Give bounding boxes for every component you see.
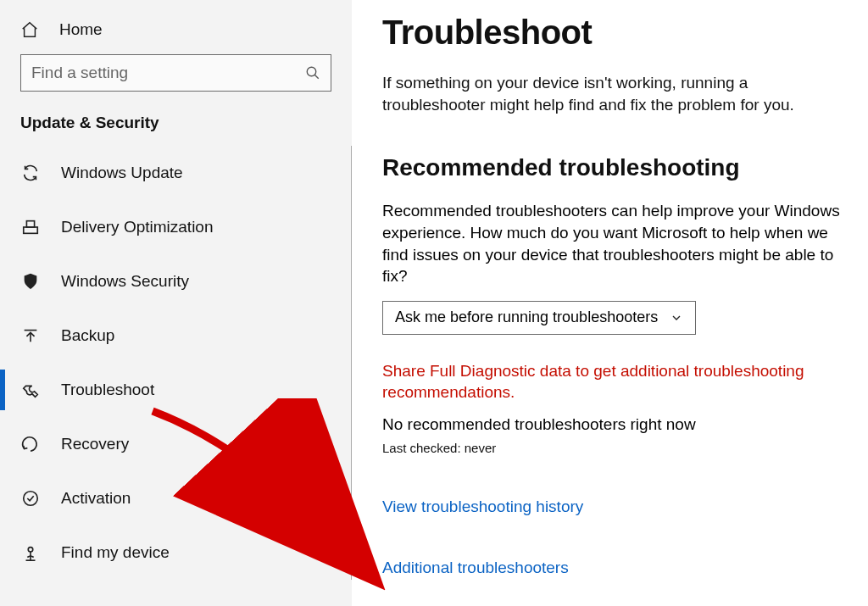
svg-rect-3 [26, 221, 34, 227]
wrench-icon [20, 380, 41, 400]
recovery-icon [20, 434, 41, 454]
backup-icon [20, 325, 41, 346]
view-history-link[interactable]: View troubleshooting history [382, 498, 853, 516]
additional-troubleshooters-link[interactable]: Additional troubleshooters [382, 559, 853, 577]
delivery-icon [20, 217, 41, 237]
dropdown-value: Ask me before running troubleshooters [395, 309, 658, 326]
home-icon [20, 20, 39, 39]
intro-text: If something on your device isn't workin… [382, 72, 853, 115]
svg-point-6 [24, 492, 38, 506]
activation-icon [20, 488, 41, 509]
home-label: Home [59, 20, 103, 39]
home-button[interactable]: Home [0, 15, 352, 54]
sidebar-item-label: Backup [61, 326, 114, 345]
sidebar-section-title: Update & Security [0, 108, 352, 146]
find-device-icon [20, 542, 41, 563]
svg-point-7 [28, 548, 33, 553]
sidebar-item-label: Find my device [61, 543, 170, 562]
sidebar-item-label: Troubleshoot [61, 381, 154, 399]
settings-sidebar: Home Find a setting Update & Security Wi… [0, 0, 352, 606]
sidebar-item-recovery[interactable]: Recovery [0, 417, 351, 471]
shield-icon [20, 271, 41, 292]
sidebar-item-label: Windows Update [61, 164, 183, 182]
sidebar-item-troubleshoot[interactable]: Troubleshoot [0, 363, 351, 417]
sidebar-item-windows-update[interactable]: Windows Update [0, 146, 351, 200]
search-placeholder: Find a setting [31, 64, 305, 82]
page-title: Troubleshoot [382, 14, 853, 52]
troubleshoot-preference-dropdown[interactable]: Ask me before running troubleshooters [382, 301, 696, 335]
sidebar-item-label: Recovery [61, 435, 129, 453]
last-checked-text: Last checked: never [382, 441, 853, 455]
sidebar-item-backup[interactable]: Backup [0, 309, 351, 363]
sidebar-item-find-my-device[interactable]: Find my device [0, 525, 351, 580]
sidebar-item-label: Windows Security [61, 272, 189, 291]
sidebar-nav: Windows Update Delivery Optimization Win… [0, 146, 352, 580]
svg-rect-2 [24, 227, 38, 233]
section-description: Recommended troubleshooters can help imp… [382, 200, 853, 287]
search-input[interactable]: Find a setting [20, 54, 331, 92]
sync-icon [20, 163, 41, 183]
no-recommendations-text: No recommended troubleshooters right now [382, 415, 853, 434]
section-heading: Recommended troubleshooting [382, 154, 853, 181]
sidebar-item-windows-security[interactable]: Windows Security [0, 254, 351, 309]
svg-point-0 [307, 67, 316, 76]
sidebar-item-label: Delivery Optimization [61, 218, 214, 236]
svg-line-1 [314, 75, 319, 79]
main-content: Troubleshoot If something on your device… [352, 0, 868, 606]
diagnostic-warning: Share Full Diagnostic data to get additi… [382, 360, 853, 403]
search-icon [305, 65, 320, 81]
sidebar-item-label: Activation [61, 489, 131, 508]
sidebar-item-delivery-optimization[interactable]: Delivery Optimization [0, 200, 351, 254]
chevron-down-icon [670, 311, 683, 325]
sidebar-item-activation[interactable]: Activation [0, 471, 351, 525]
